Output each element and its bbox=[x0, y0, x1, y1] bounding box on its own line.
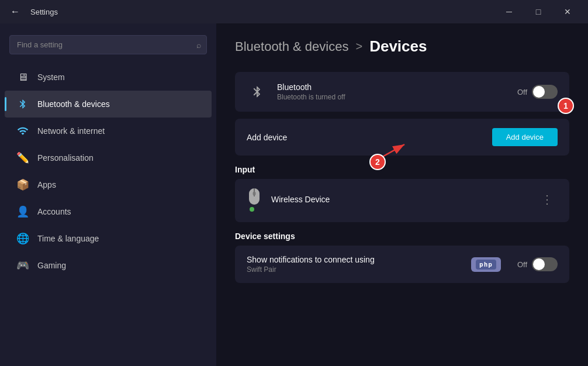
swift-pair-subtitle: Swift Pair bbox=[247, 265, 462, 274]
swift-pair-toggle-thumb bbox=[533, 258, 545, 270]
maximize-button[interactable]: □ bbox=[525, 2, 552, 21]
app-title: Settings bbox=[30, 8, 489, 16]
swift-pair-row: Show notifications to connect using Swif… bbox=[235, 246, 569, 283]
add-device-label: Add device bbox=[247, 133, 492, 142]
bluetooth-card: Bluetooth Bluetooth is turned off Off bbox=[235, 72, 569, 112]
svg-point-4 bbox=[253, 192, 256, 196]
sidebar-item-label: Network & internet bbox=[37, 126, 105, 136]
bluetooth-toggle-wrap: Off bbox=[517, 85, 558, 99]
php-badge-text: php bbox=[476, 260, 496, 270]
input-card: Wireless Device ⋮ bbox=[235, 179, 569, 222]
sidebar-item-accounts[interactable]: 👤 Accounts bbox=[5, 198, 212, 225]
sidebar-item-label: System bbox=[37, 72, 65, 82]
bluetooth-card-text: Bluetooth Bluetooth is turned off bbox=[277, 82, 508, 101]
bluetooth-card-icon bbox=[247, 81, 268, 102]
sidebar-item-gaming[interactable]: 🎮 Gaming bbox=[5, 252, 212, 279]
swift-pair-text: Show notifications to connect using Swif… bbox=[247, 255, 462, 274]
device-settings-label: Device settings bbox=[235, 232, 569, 241]
breadcrumb: Bluetooth & devices > Devices bbox=[235, 37, 569, 56]
close-button[interactable]: ✕ bbox=[554, 2, 581, 21]
minimize-button[interactable]: ─ bbox=[496, 2, 523, 21]
search-icon: ⌕ bbox=[196, 40, 201, 50]
sidebar-item-system[interactable]: 🖥 System bbox=[5, 64, 212, 91]
breadcrumb-separator: > bbox=[355, 40, 362, 53]
window-controls: ─ □ ✕ bbox=[496, 2, 581, 21]
swift-pair-toggle-label: Off bbox=[517, 260, 527, 269]
input-section-label: Input bbox=[235, 165, 569, 174]
sidebar-item-label: Time & language bbox=[37, 234, 99, 243]
add-device-row: Add device Add device bbox=[235, 119, 569, 156]
sidebar-item-personalisation[interactable]: ✏️ Personalisation bbox=[5, 144, 212, 171]
device-connected-dot bbox=[250, 207, 254, 212]
sidebar-item-label: Accounts bbox=[37, 207, 71, 216]
toggle-thumb bbox=[533, 86, 545, 98]
annotation-2: 2 bbox=[369, 154, 386, 170]
bluetooth-subtitle: Bluetooth is turned off bbox=[277, 93, 508, 101]
apps-icon: 📦 bbox=[16, 178, 29, 191]
sidebar-item-label: Apps bbox=[37, 180, 56, 189]
swift-pair-toggle[interactable] bbox=[532, 257, 558, 271]
swift-pair-toggle-wrap: Off bbox=[517, 257, 558, 271]
bluetooth-row: Bluetooth Bluetooth is turned off Off bbox=[235, 72, 569, 112]
main-layout: ⌕ 🖥 System Bluetooth & devices Network &… bbox=[0, 23, 588, 366]
sidebar-item-label: Personalisation bbox=[37, 153, 94, 163]
bluetooth-title: Bluetooth bbox=[277, 82, 508, 92]
search-field-wrap: ⌕ bbox=[9, 35, 207, 54]
sidebar-item-network[interactable]: Network & internet bbox=[5, 118, 212, 144]
accounts-icon: 👤 bbox=[16, 205, 29, 218]
titlebar: ← Settings ─ □ ✕ bbox=[0, 0, 588, 23]
search-input[interactable] bbox=[9, 35, 207, 54]
sidebar-item-label: Gaming bbox=[37, 261, 66, 270]
device-more-button[interactable]: ⋮ bbox=[537, 190, 558, 209]
sidebar-item-apps[interactable]: 📦 Apps bbox=[5, 171, 212, 198]
annotation-1: 1 bbox=[558, 98, 574, 114]
add-device-button[interactable]: Add device bbox=[492, 128, 558, 146]
sidebar-item-label: Bluetooth & devices bbox=[37, 99, 110, 109]
wireless-device-name: Wireless Device bbox=[271, 195, 527, 204]
breadcrumb-current: Devices bbox=[369, 37, 427, 56]
back-button[interactable]: ← bbox=[7, 4, 23, 20]
bluetooth-toggle-label: Off bbox=[517, 88, 527, 96]
php-badge: php bbox=[471, 257, 501, 272]
wireless-device-row: Wireless Device ⋮ bbox=[235, 179, 569, 220]
time-icon: 🌐 bbox=[16, 232, 29, 245]
gaming-icon: 🎮 bbox=[16, 259, 29, 272]
swift-pair-title: Show notifications to connect using bbox=[247, 255, 462, 264]
sidebar: ⌕ 🖥 System Bluetooth & devices Network &… bbox=[0, 23, 216, 366]
network-icon bbox=[16, 125, 29, 137]
content-area: Bluetooth & devices > Devices Bluetooth … bbox=[216, 23, 588, 366]
breadcrumb-parent: Bluetooth & devices bbox=[235, 39, 348, 54]
personalisation-icon: ✏️ bbox=[16, 151, 29, 164]
sidebar-item-time[interactable]: 🌐 Time & language bbox=[5, 225, 212, 252]
device-settings-card: Show notifications to connect using Swif… bbox=[235, 246, 569, 283]
system-icon: 🖥 bbox=[16, 71, 29, 84]
bluetooth-toggle[interactable] bbox=[532, 85, 558, 99]
bluetooth-icon bbox=[16, 98, 29, 111]
mouse-icon bbox=[247, 187, 262, 212]
sidebar-item-bluetooth[interactable]: Bluetooth & devices bbox=[5, 91, 212, 118]
